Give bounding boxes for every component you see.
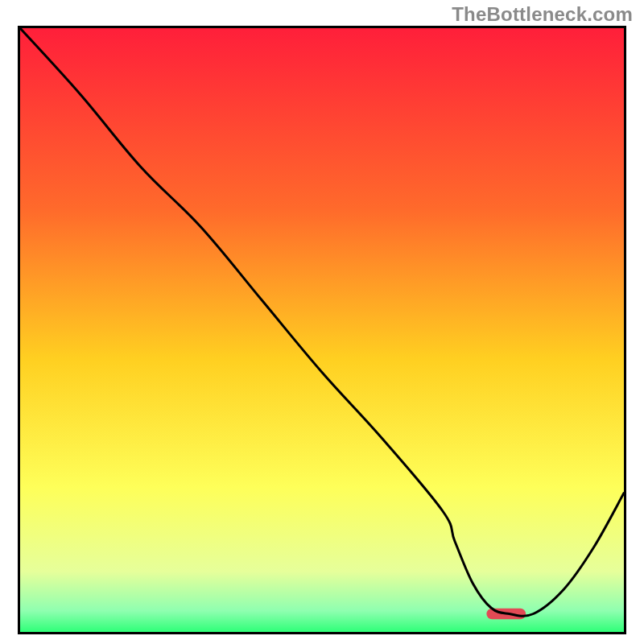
plot-svg — [20, 28, 624, 632]
gradient-fill — [20, 28, 624, 632]
plot-area — [18, 26, 626, 634]
chart-stage: TheBottleneck.com — [0, 0, 644, 644]
watermark-text: TheBottleneck.com — [452, 3, 633, 26]
